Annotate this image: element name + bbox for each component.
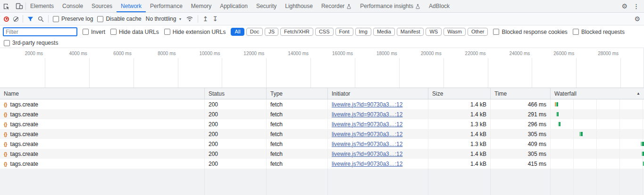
blocked-requests-label: Blocked requests: [581, 29, 625, 35]
table-row[interactable]: {}tags.create200fetchlivewire.js?id=9073…: [0, 129, 644, 139]
column-header-initiator[interactable]: Initiator: [328, 88, 428, 99]
hide-data-urls-checkbox[interactable]: [110, 29, 117, 35]
filter-chip-other[interactable]: Other: [468, 28, 488, 36]
preserve-log-control[interactable]: Preserve log: [53, 16, 93, 22]
invert-checkbox[interactable]: [83, 29, 89, 35]
time-cell: 409 ms: [491, 139, 551, 149]
time-cell: 466 ms: [491, 99, 551, 109]
filter-chip-media[interactable]: Media: [373, 28, 395, 36]
status-cell: 200: [205, 159, 267, 169]
tab-recorder[interactable]: Recorder: [317, 0, 356, 12]
tab-adblock[interactable]: AdBlock: [425, 0, 454, 12]
tab-performance[interactable]: Performance: [146, 0, 187, 12]
inspect-element-button[interactable]: [0, 0, 13, 12]
more-options-icon[interactable]: ⋮: [633, 3, 639, 10]
column-header-time[interactable]: Time: [491, 88, 551, 99]
waterfall-cell: [551, 99, 644, 109]
disable-cache-label: Disable cache: [106, 16, 141, 22]
timeline-label: 10000 ms: [199, 51, 220, 56]
network-conditions-button[interactable]: [186, 15, 193, 23]
import-har-icon[interactable]: ↥: [202, 15, 208, 23]
initiator-link[interactable]: livewire.js?id=90730a3…:12: [332, 161, 402, 167]
clear-network-log-button[interactable]: [13, 16, 18, 22]
tab-elements[interactable]: Elements: [26, 0, 58, 12]
export-har-icon[interactable]: ↧: [212, 15, 218, 23]
table-row[interactable]: {}tags.create200fetchlivewire.js?id=9073…: [0, 139, 644, 149]
disable-cache-checkbox[interactable]: [97, 16, 103, 22]
request-name: tags.create: [10, 131, 38, 138]
initiator-link[interactable]: livewire.js?id=90730a3…:12: [332, 111, 402, 118]
timeline-gridline: [620, 58, 621, 88]
third-party-requests-checkbox[interactable]: [4, 40, 10, 46]
disable-cache-control[interactable]: Disable cache: [97, 16, 141, 22]
filter-chip-img[interactable]: Img: [355, 28, 371, 36]
timeline-gridline: [310, 58, 311, 88]
table-row[interactable]: {}tags.create200fetchlivewire.js?id=9073…: [0, 119, 644, 129]
initiator-link[interactable]: livewire.js?id=90730a3…:12: [332, 121, 402, 128]
initiator-link[interactable]: livewire.js?id=90730a3…:12: [332, 151, 402, 157]
filter-chip-doc[interactable]: Doc: [246, 28, 263, 36]
table-row[interactable]: {}tags.create200fetchlivewire.js?id=9073…: [0, 109, 644, 119]
filter-chip-ws[interactable]: WS: [426, 28, 442, 36]
blocked-response-cookies-checkbox[interactable]: [493, 29, 499, 35]
filter-chip-css[interactable]: CSS: [315, 28, 334, 36]
filter-chip-js[interactable]: JS: [265, 28, 278, 36]
type-cell: fetch: [267, 159, 328, 169]
request-name: tags.create: [10, 141, 38, 147]
tab-memory[interactable]: Memory: [187, 0, 216, 12]
type-cell: fetch: [267, 99, 328, 109]
filter-toggle-button[interactable]: [27, 16, 33, 22]
blocked-response-cookies-control[interactable]: Blocked response cookies: [493, 29, 567, 35]
filter-chip-font[interactable]: Font: [335, 28, 353, 36]
hide-extension-urls-checkbox[interactable]: [164, 29, 170, 35]
column-header-label: Name: [4, 90, 19, 97]
throttling-select[interactable]: No throttling ▼: [146, 16, 182, 22]
tab-lighthouse[interactable]: Lighthouse: [281, 0, 317, 12]
filler-cell: [267, 169, 328, 195]
timeline-gridline: [45, 58, 45, 88]
record-network-log-button[interactable]: [4, 16, 9, 22]
table-row[interactable]: {}tags.create200fetchlivewire.js?id=9073…: [0, 149, 644, 159]
timeline-overview[interactable]: 2000 ms4000 ms6000 ms8000 ms10000 ms1200…: [0, 48, 644, 88]
timeline-gridline: [576, 58, 577, 88]
filter-chip-manifest[interactable]: Manifest: [397, 28, 424, 36]
device-toolbar-button[interactable]: [13, 0, 25, 12]
tab-label: Application: [220, 3, 248, 9]
tab-sources[interactable]: Sources: [87, 0, 117, 12]
hide-data-urls-control[interactable]: Hide data URLs: [110, 29, 159, 35]
tab-application[interactable]: Application: [216, 0, 252, 12]
tab-console[interactable]: Console: [58, 0, 87, 12]
network-settings-gear-icon[interactable]: ⚙: [634, 15, 640, 23]
filter-chip-wasm[interactable]: Wasm: [443, 28, 466, 36]
filter-chip-all[interactable]: All: [231, 28, 244, 36]
filter-input[interactable]: [3, 27, 77, 36]
initiator-link[interactable]: livewire.js?id=90730a3…:12: [332, 141, 402, 147]
time-cell: 291 ms: [491, 109, 551, 119]
settings-gear-icon[interactable]: ⚙: [621, 2, 627, 10]
column-header-status[interactable]: Status: [205, 88, 267, 99]
table-row[interactable]: {}tags.create200fetchlivewire.js?id=9073…: [0, 99, 644, 109]
column-header-type[interactable]: Type: [267, 88, 328, 99]
filter-chip-fetch-xhr[interactable]: Fetch/XHR: [280, 28, 313, 36]
tab-performance-insights[interactable]: Performance insights: [356, 0, 425, 12]
column-header-waterfall[interactable]: Waterfall▲: [551, 88, 644, 99]
tab-security[interactable]: Security: [252, 0, 281, 12]
hide-extension-urls-control[interactable]: Hide extension URLs: [164, 29, 226, 35]
type-cell: fetch: [267, 119, 328, 129]
column-header-label: Size: [432, 90, 443, 97]
column-header-name[interactable]: Name: [0, 88, 205, 99]
initiator-link[interactable]: livewire.js?id=90730a3…:12: [332, 101, 402, 108]
timeline-gridline: [399, 58, 400, 88]
blocked-requests-control[interactable]: Blocked requests: [573, 29, 625, 35]
search-button[interactable]: [38, 16, 44, 22]
table-row[interactable]: {}tags.create200fetchlivewire.js?id=9073…: [0, 159, 644, 169]
preserve-log-checkbox[interactable]: [53, 16, 59, 22]
blocked-requests-checkbox[interactable]: [573, 29, 579, 35]
toolbar-divider: [198, 15, 198, 23]
initiator-link[interactable]: livewire.js?id=90730a3…:12: [332, 131, 402, 138]
filler-cell: [428, 169, 491, 195]
column-header-size[interactable]: Size: [428, 88, 491, 99]
invert-filter-control[interactable]: Invert: [83, 29, 105, 35]
tab-network[interactable]: Network: [117, 0, 146, 12]
third-party-requests-control[interactable]: 3rd-party requests: [4, 40, 58, 46]
